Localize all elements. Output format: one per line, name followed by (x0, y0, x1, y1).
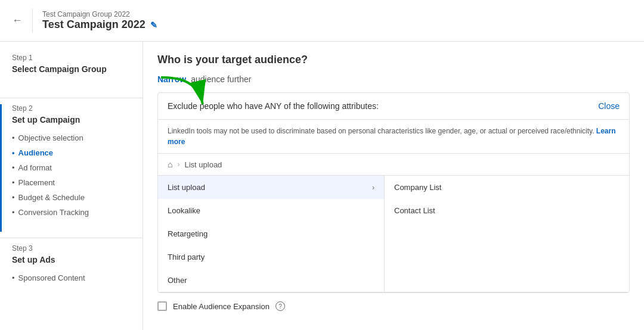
narrow-row: Narrow audience further (157, 74, 630, 84)
menu-item-lookalike[interactable]: Lookalike (158, 199, 384, 222)
step3-items: Sponsored Content (12, 270, 131, 285)
menu-item-label: List upload (168, 183, 205, 192)
menu-grid: List upload › Lookalike Retargeting Thir… (158, 176, 629, 292)
menu-item-retargeting[interactable]: Retargeting (158, 222, 384, 245)
exclude-notice: LinkedIn tools may not be used to discri… (158, 120, 629, 154)
sidebar-item-adformat[interactable]: Ad format (12, 160, 131, 175)
sidebar: Step 1 Select Campaign Group Step 2 Set … (0, 42, 143, 330)
step2-section: Step 2 Set up Campaign Objective selecti… (0, 104, 143, 232)
exclude-header: Exclude people who have ANY of the follo… (158, 93, 629, 120)
sidebar-divider-1 (0, 98, 143, 98)
submenu-company-list[interactable]: Company List (385, 176, 629, 199)
menu-right: Company List Contact List (385, 176, 629, 292)
menu-item-label: Other (168, 276, 187, 285)
header: ← Test Campaign Group 2022 Test Campaign… (0, 0, 644, 42)
narrow-link[interactable]: Narrow (157, 74, 186, 84)
step2-title: Set up Campaign (12, 115, 131, 124)
step3-label: Step 3 (12, 244, 131, 253)
step3-title: Set up Ads (12, 255, 131, 264)
enable-audience-label: Enable Audience Expansion (173, 302, 270, 311)
notice-text: LinkedIn tools may not be used to discri… (168, 127, 595, 135)
menu-left: List upload › Lookalike Retargeting Thir… (158, 176, 385, 292)
sidebar-item-placement[interactable]: Placement (12, 175, 131, 190)
main-layout: Step 1 Select Campaign Group Step 2 Set … (0, 42, 644, 330)
header-titles: Test Campaign Group 2022 Test Campaign 2… (42, 10, 157, 31)
campaign-group-name: Test Campaign Group 2022 (42, 10, 157, 18)
exclude-title: Exclude people who have ANY of the follo… (168, 101, 379, 111)
step2-label: Step 2 (12, 104, 131, 113)
step1-title: Select Campaign Group (12, 64, 131, 74)
breadcrumb-current: List upload (184, 160, 222, 169)
breadcrumb-row: ⌂ › List upload (158, 154, 629, 176)
enable-audience-checkbox[interactable] (157, 301, 167, 311)
menu-item-list-upload[interactable]: List upload › (158, 176, 384, 199)
exclude-box: Exclude people who have ANY of the follo… (157, 92, 630, 293)
menu-item-label: Lookalike (168, 206, 200, 215)
enable-audience-row: Enable Audience Expansion ? (157, 301, 630, 311)
submenu-contact-list[interactable]: Contact List (385, 199, 629, 222)
chevron-right-icon: › (372, 183, 374, 192)
close-button[interactable]: Close (598, 101, 620, 111)
sidebar-item-audience[interactable]: Audience (12, 145, 131, 160)
menu-item-third-party[interactable]: Third party (158, 245, 384, 269)
sidebar-item-sponsored[interactable]: Sponsored Content (12, 270, 131, 285)
breadcrumb-separator: › (177, 160, 179, 169)
step2-items: Objective selection Audience Ad format P… (12, 130, 131, 220)
home-icon[interactable]: ⌂ (168, 160, 172, 169)
main-content: Who is your target audience? Narrow audi… (143, 42, 644, 330)
narrow-text: audience further (191, 74, 251, 84)
menu-item-label: Retargeting (168, 229, 208, 238)
campaign-name: Test Campaign 2022 (42, 18, 145, 31)
menu-item-other[interactable]: Other (158, 269, 384, 292)
step1-section: Step 1 Select Campaign Group (0, 54, 143, 92)
step3-section: Step 3 Set up Ads Sponsored Content (0, 244, 143, 297)
sidebar-item-objective[interactable]: Objective selection (12, 130, 131, 145)
sidebar-item-budget[interactable]: Budget & Schedule (12, 190, 131, 205)
menu-item-label: Third party (168, 253, 205, 261)
help-icon[interactable]: ? (275, 301, 285, 311)
back-button[interactable]: ← (12, 14, 23, 27)
edit-icon[interactable]: ✎ (150, 20, 157, 30)
header-divider (32, 9, 33, 33)
section-title: Who is your target audience? (157, 54, 630, 66)
campaign-name-row: Test Campaign 2022 ✎ (42, 18, 157, 31)
step1-label: Step 1 (12, 54, 131, 62)
sidebar-item-conversion[interactable]: Conversion Tracking (12, 205, 131, 220)
sidebar-divider-2 (0, 238, 143, 238)
